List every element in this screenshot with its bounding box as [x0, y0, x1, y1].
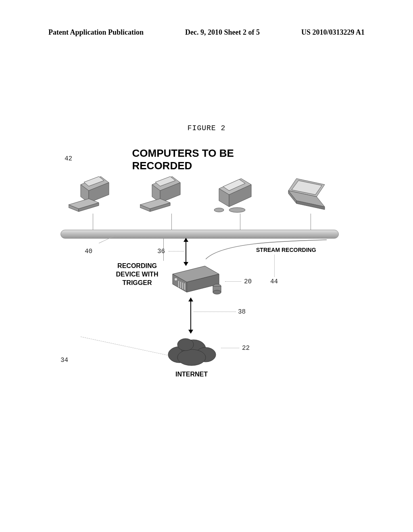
desktop-computer-icon: [140, 170, 188, 215]
ref-22: 22: [242, 345, 250, 352]
internet-label: INTERNET: [175, 371, 208, 378]
stream-curve-icon: [206, 239, 331, 261]
ref-34: 34: [60, 357, 68, 364]
monitor-icon: [211, 170, 259, 215]
ref-20: 20: [244, 278, 252, 285]
ref-36: 36: [157, 248, 165, 255]
server-device-icon: [169, 264, 225, 296]
ref-44: 44: [270, 278, 278, 285]
ref-38-leader: [194, 312, 236, 312]
ref-34-leader: [81, 337, 167, 355]
svg-point-18: [229, 208, 245, 212]
ref-38: 38: [238, 308, 246, 316]
header-right: US 2010/0313229 A1: [301, 28, 365, 37]
header-left: Patent Application Publication: [48, 28, 144, 37]
ref-22-leader: [221, 348, 239, 348]
computers-row: [65, 166, 335, 215]
ref-36-leader: [169, 251, 184, 251]
figure-container: COMPUTERS TO BE RECORDED 42: [65, 147, 335, 389]
ref-44-leader: [274, 255, 275, 277]
figure-label: FIGURE 2: [188, 124, 225, 132]
ref-20-leader: [225, 281, 241, 282]
page-header: Patent Application Publication Dec. 9, 2…: [0, 28, 413, 37]
cloud-icon: [165, 332, 220, 367]
svg-point-35: [213, 290, 221, 294]
header-center: Dec. 9, 2010 Sheet 2 of 5: [185, 28, 260, 37]
drop-lines: [65, 214, 335, 230]
recording-device-label: RECORDING DEVICE WITH TRIGGER: [109, 262, 165, 287]
svg-point-39: [177, 349, 206, 366]
desktop-computer-icon: [69, 170, 117, 215]
ref-42: 42: [65, 155, 72, 162]
laptop-icon: [282, 170, 331, 215]
svg-point-40: [177, 339, 194, 351]
ref-40: 40: [85, 248, 92, 255]
svg-point-19: [214, 208, 224, 212]
svg-point-28: [175, 278, 177, 281]
network-bar-icon: [60, 230, 339, 239]
